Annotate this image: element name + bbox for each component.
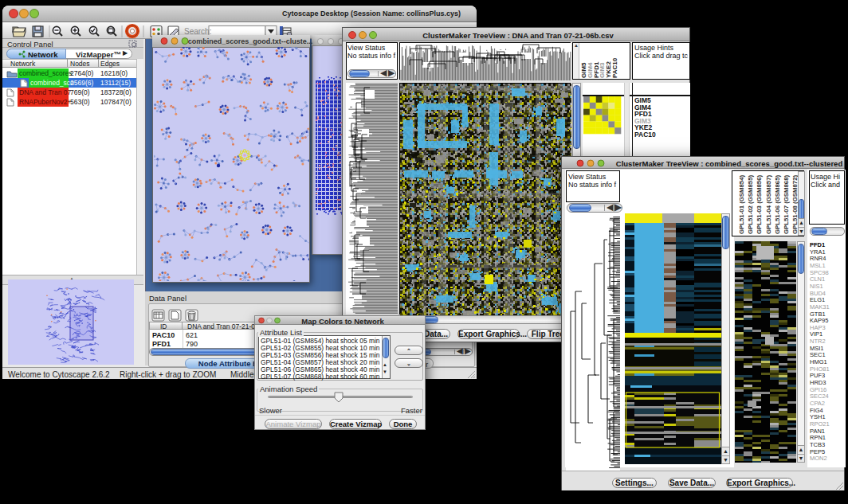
svg-text:GPL51-01 (GSM854): GPL51-01 (GSM854)	[738, 174, 745, 234]
svg-text:PAC10: PAC10	[611, 57, 618, 78]
svg-text:GPL51-04 (GSM857): GPL51-04 (GSM857)	[765, 174, 772, 234]
svg-text:GPL51-06 (GSM865): GPL51-06 (GSM865)	[774, 174, 781, 234]
svg-text:GPL51-02 (GSM855): GPL51-02 (GSM855)	[747, 174, 754, 234]
svg-text:GPL51-07 (GSM868): GPL51-07 (GSM868)	[783, 174, 790, 234]
svg-text:GPL51-03 (GSM856): GPL51-03 (GSM856)	[756, 174, 763, 234]
